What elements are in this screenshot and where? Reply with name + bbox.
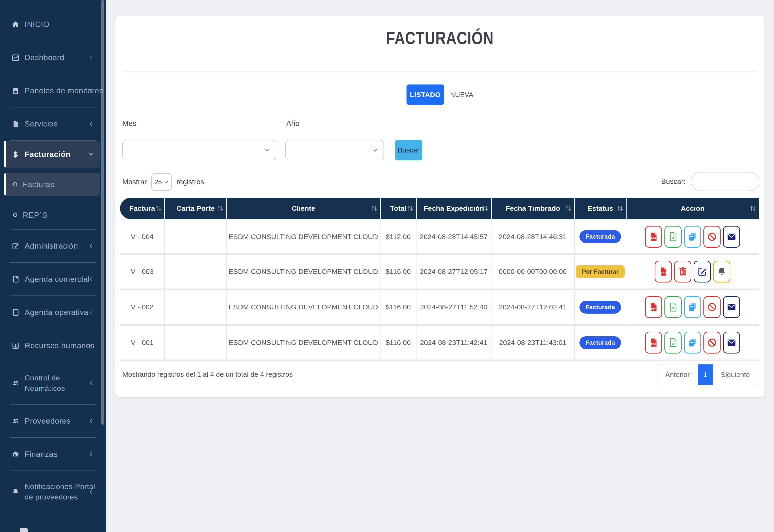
copy-action-button[interactable] (684, 226, 701, 248)
agenda-book-icon (12, 275, 20, 283)
pagination-previous[interactable]: Anterior (657, 364, 698, 385)
sidebar-item-proveedores[interactable]: Proveedores (0, 405, 101, 437)
sidebar-subitem-facturas[interactable]: Facturas (0, 173, 101, 196)
sidebar-item-agenda-comercial[interactable]: Agenda comercial (0, 263, 101, 295)
active-indicator (4, 173, 6, 195)
sort-icon (155, 204, 162, 212)
table-body: V - 004ESDM CONSULTING DEVELOPMENT CLOUD… (120, 219, 759, 361)
envelope-action-button[interactable] (723, 296, 740, 318)
cell-accion: PDF (626, 255, 759, 289)
column-header-total[interactable]: Total (380, 198, 416, 219)
excel-action-button[interactable]: x (664, 226, 682, 248)
sidebar-partial-item-icon (20, 528, 28, 532)
chevron-left-icon (88, 87, 94, 94)
sidebar-subitem-rep-s[interactable]: REP´S (0, 201, 101, 229)
excel-action-button[interactable]: x (664, 296, 682, 318)
sidebar-scrollbar[interactable] (101, 0, 104, 425)
buscar-button[interactable]: Buscar (395, 140, 422, 160)
ban-action-button[interactable] (703, 226, 721, 248)
notebook-icon (12, 308, 20, 316)
copy-icon (687, 337, 698, 348)
sidebar-item-paneles-de-monitoreo[interactable]: Paneles de monitoreo (0, 74, 101, 107)
sidebar-item-facturaci-n[interactable]: $Facturación (0, 141, 101, 168)
pdf-icon: PDF (648, 337, 659, 348)
column-header-estatus[interactable]: Estatus (574, 198, 626, 219)
sidebar-item-dashboard[interactable]: Dashboard (0, 41, 101, 74)
column-header-carta-porte[interactable]: Carta Porte (164, 198, 226, 219)
pdf-action-button[interactable]: PDF (645, 226, 662, 248)
bell-icon (12, 488, 20, 496)
tab-listado[interactable]: LISTADO (407, 84, 444, 105)
sidebar-item-recursos-humanos[interactable]: Recursos humanos (0, 329, 101, 362)
cell-accion: PDFx (626, 290, 759, 324)
action-buttons: PDF (655, 261, 730, 282)
sidebar-item-control-de-neum-ticos[interactable]: Control de Neumáticos (0, 362, 101, 404)
cell-cliente: ESDM CONSULTING DEVELOPMENT CLOUD (226, 290, 380, 324)
sidebar-item-notificaciones-portal-de-proveedores[interactable]: Notificaciones-Portal de proveedores (0, 471, 101, 513)
copy-action-button[interactable] (684, 332, 701, 354)
mostrar-label: Mostrar (122, 178, 147, 186)
bell-action-button[interactable] (713, 261, 730, 282)
tabs: LISTADO NUEVA (115, 84, 764, 105)
sidebar-item-label: Administración (25, 241, 78, 250)
pdf-action-button[interactable]: PDF (655, 261, 672, 282)
envelope-action-button[interactable] (723, 332, 740, 354)
cell-fecha-expedicion: 2024-08-23T11:42:41 (416, 326, 491, 360)
cell-estatus: Facturada (574, 220, 626, 253)
edit-action-button[interactable] (694, 261, 711, 282)
column-header-label: Fecha Expedición (424, 204, 484, 212)
pdf-action-button[interactable]: PDF (645, 296, 662, 318)
ban-icon (707, 232, 717, 242)
trash-action-button[interactable] (674, 261, 691, 282)
sidebar-menu: INICIODashboardPaneles de monitoreoServi… (0, 8, 101, 513)
sidebar-item-label: INICIO (25, 20, 49, 29)
column-header-label: Carta Porte (176, 204, 215, 212)
svg-text:$: $ (13, 150, 18, 158)
cell-carta-porte (164, 290, 226, 324)
pdf-icon: PDF (648, 232, 659, 242)
ban-icon (707, 302, 717, 312)
page-length-select[interactable]: 25 (151, 173, 172, 191)
page-length-control: Mostrar 25 registros (122, 173, 204, 191)
pagination-next[interactable]: Siguiente (713, 364, 758, 385)
registros-label: registros (176, 178, 204, 186)
table-row-v-002: V - 002ESDM CONSULTING DEVELOPMENT CLOUD… (120, 290, 759, 326)
sidebar-item-servicios[interactable]: Servicios (0, 107, 101, 140)
bell-icon (717, 266, 727, 277)
mes-select[interactable] (122, 140, 276, 160)
sidebar-item-finanzas[interactable]: Finanzas (0, 438, 101, 470)
copy-icon (687, 232, 698, 242)
sidebar-divider (10, 513, 96, 513)
ban-action-button[interactable] (703, 296, 721, 318)
pdf-action-button[interactable]: PDF (645, 332, 662, 354)
cell-total: $116.00 (380, 326, 416, 360)
svg-text:PDF: PDF (651, 343, 657, 346)
ano-select[interactable] (285, 140, 384, 160)
column-header-accion[interactable]: Accion (626, 198, 759, 219)
pagination-page-1[interactable]: 1 (698, 364, 713, 385)
ban-action-button[interactable] (703, 332, 721, 354)
column-header-fecha-timbrado[interactable]: Fecha Timbrado (491, 198, 574, 219)
svg-text:x: x (672, 305, 675, 310)
excel-action-button[interactable]: x (664, 332, 682, 354)
edit-square-icon (12, 242, 20, 250)
sort-icon (749, 204, 756, 212)
table-row-v-001: V - 001ESDM CONSULTING DEVELOPMENT CLOUD… (120, 326, 759, 361)
tab-nueva[interactable]: NUEVA (450, 91, 473, 99)
person-card-icon (12, 342, 20, 350)
sidebar-item-inicio[interactable]: INICIO (0, 8, 101, 41)
pdf-icon: PDF (648, 302, 659, 312)
copy-action-button[interactable] (684, 296, 701, 318)
services-icon (12, 120, 20, 128)
column-header-fecha-expedici-n[interactable]: Fecha Expedición (416, 198, 491, 219)
cell-accion: PDFx (626, 220, 759, 253)
column-header-cliente[interactable]: Cliente (226, 198, 380, 219)
column-header-label: Fecha Timbrado (506, 204, 560, 212)
action-buttons: PDFx (645, 226, 740, 248)
sidebar-item-agenda-operativa[interactable]: Agenda operativa (0, 296, 101, 329)
sidebar-item-administraci-n[interactable]: Administración (0, 230, 101, 262)
chevron-down-icon (88, 151, 94, 158)
search-input[interactable] (691, 172, 759, 191)
column-header-factura[interactable]: Factura (120, 198, 164, 219)
envelope-action-button[interactable] (723, 226, 740, 248)
